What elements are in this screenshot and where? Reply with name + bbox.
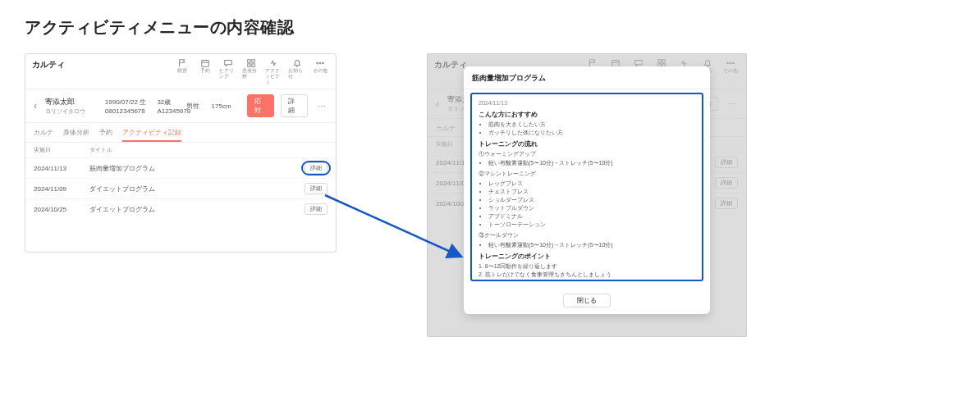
- detail-button[interactable]: 詳細: [281, 94, 308, 117]
- close-button[interactable]: 閉じる: [563, 294, 611, 308]
- grid-icon: [246, 59, 256, 67]
- row-detail-button[interactable]: 詳細: [305, 183, 327, 194]
- modal-body: 2024/11/13 こんな方におすすめ 筋肉を大きくしたい方 ガッチリした体に…: [470, 93, 703, 281]
- patient-phone: 08012345678: [105, 107, 151, 115]
- patient-id: A12345678: [157, 107, 180, 115]
- list-header: 実施日 タイトル: [25, 143, 336, 157]
- tab-reserve[interactable]: 予約: [99, 126, 112, 142]
- chat-icon: [223, 59, 233, 67]
- tab-body[interactable]: 身体分析: [63, 126, 89, 142]
- back-button[interactable]: ‹: [434, 98, 441, 110]
- modal-overlay: 筋肉量増加プログラム 2024/11/13 こんな方におすすめ 筋肉を大きくした…: [427, 53, 747, 337]
- tool-hearing[interactable]: ヒアリング: [219, 59, 237, 85]
- tool-activity[interactable]: アクティビティ: [265, 59, 283, 85]
- respond-button[interactable]: 応対: [247, 94, 274, 117]
- app-logo: カルティ: [434, 59, 467, 71]
- more-menu[interactable]: ⋯: [725, 99, 740, 108]
- patient-age: 32歳: [157, 98, 180, 107]
- tool-notify[interactable]: お知らせ: [288, 59, 306, 85]
- activity-detail-modal: 筋肉量増加プログラム 2024/11/13 こんな方におすすめ 筋肉を大きくした…: [464, 66, 710, 314]
- flag-icon: [177, 59, 187, 67]
- patient-bar: ‹ 寄添太郎 ヨリソイタロウ 1990/07/22 生 08012345678 …: [25, 89, 336, 123]
- tool-analysis[interactable]: 患者分析: [242, 59, 260, 85]
- patient-sex: 男性: [186, 102, 204, 111]
- list-row: 2024/10/25 ダイエットプログラム 詳細: [25, 198, 336, 219]
- modal-date: 2024/11/13: [479, 99, 695, 107]
- tool-more[interactable]: その他: [311, 59, 329, 85]
- calendar-icon: [200, 59, 210, 67]
- row-detail-button[interactable]: 詳細: [305, 203, 327, 215]
- app-logo: カルティ: [32, 59, 65, 71]
- patient-birth: 1990/07/22 生: [105, 98, 151, 107]
- patient-height: 175cm: [212, 102, 235, 110]
- activity-icon: [269, 59, 279, 67]
- tab-karte[interactable]: カルテ: [34, 126, 53, 142]
- toolbar: 経営 予約 ヒアリング 患者分析 アクティビティ お知らせ その他: [173, 59, 329, 85]
- tool-more[interactable]: その他: [721, 59, 740, 85]
- more-menu[interactable]: ⋯: [314, 102, 329, 111]
- back-button[interactable]: ‹: [32, 100, 39, 112]
- dots-icon: [315, 59, 325, 67]
- patient-name: 寄添太郎: [45, 97, 98, 107]
- bell-icon: [292, 59, 302, 67]
- list-row: 2024/11/09 ダイエットプログラム 詳細: [25, 178, 336, 198]
- tool-management[interactable]: 経営: [173, 59, 191, 85]
- tool-reserve[interactable]: 予約: [196, 59, 214, 85]
- modal-title: 筋肉量増加プログラム: [464, 66, 710, 89]
- app-panel-left: カルティ 経営 予約 ヒアリング 患者分析 アクティビティ お知らせ その他 ‹…: [25, 53, 337, 253]
- tabs: カルテ 身体分析 予約 アクティビティ記録: [25, 123, 336, 143]
- tab-activity[interactable]: アクティビティ記録: [122, 126, 181, 142]
- list-row: 2024/11/13 筋肉量増加プログラム 詳細: [25, 157, 336, 178]
- page-title: アクティビティメニューの内容確認: [25, 16, 955, 39]
- row-detail-button[interactable]: 詳細: [305, 162, 327, 174]
- patient-kana: ヨリソイタロウ: [45, 108, 98, 116]
